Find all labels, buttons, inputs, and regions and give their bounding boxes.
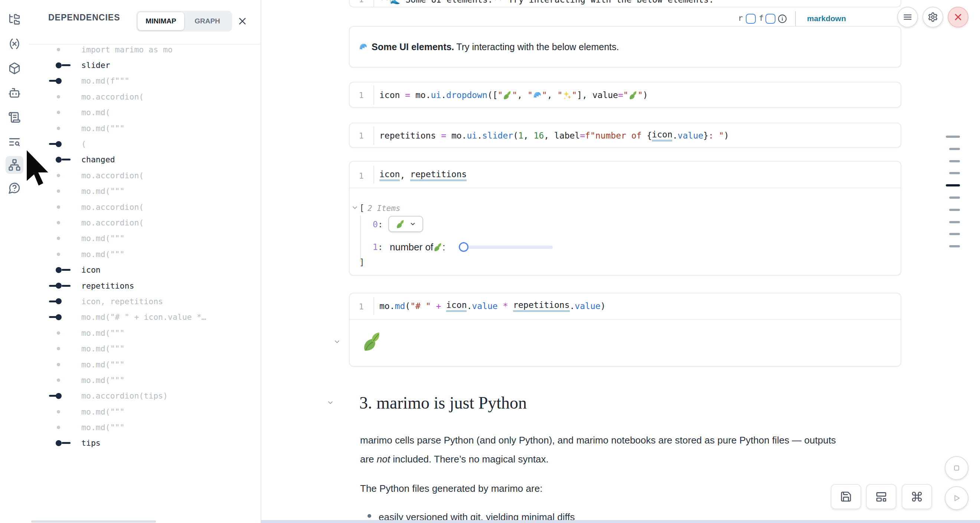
ai-assistant-button[interactable]: [6, 84, 23, 102]
markdown-output-bold: Some UI elements.: [372, 41, 454, 53]
markdown-source-line[interactable]: **🌊 Some UI elements.** Try interacting …: [379, 0, 714, 5]
settings-button[interactable]: [923, 7, 943, 27]
slider-code-cell: 1 repetitions = mo.ui.slider(1, 16, labe…: [349, 123, 901, 148]
minimap-item-label: mo.md(""": [81, 124, 125, 133]
minimap-item[interactable]: slider: [29, 57, 261, 73]
minimap-item[interactable]: mo.accordion(tips): [29, 388, 261, 404]
section-collapse-toggle[interactable]: [327, 399, 334, 408]
code-token: .: [672, 131, 678, 140]
minimap-item[interactable]: mo.md(""": [29, 341, 261, 356]
minimap-item-label: mo.md(""": [81, 423, 125, 432]
code-token: dropdown: [446, 90, 487, 100]
toc-search-button[interactable]: [6, 133, 23, 151]
dropdown-widget[interactable]: [388, 216, 423, 232]
code-token: =: [618, 90, 623, 100]
bottom-scroll-band[interactable]: [261, 520, 980, 523]
cell-marker-dash[interactable]: [949, 196, 960, 199]
cell-collapse-toggle[interactable]: [333, 338, 341, 346]
cell-marker-dash[interactable]: [949, 160, 960, 162]
code-line[interactable]: repetitions = mo.ui.slider(1, 16, label=…: [379, 123, 729, 148]
keyboard-shortcuts-button[interactable]: [902, 484, 932, 509]
minimap-marker-use: [29, 388, 81, 404]
dependencies-button[interactable]: [6, 156, 23, 174]
code-line[interactable]: mo.md("# " + icon.value * repetitions.va…: [379, 294, 605, 318]
line-number: 1: [350, 131, 373, 140]
panel-close-button[interactable]: [236, 15, 249, 28]
minimap-item[interactable]: mo.md(f""": [29, 73, 261, 89]
minimap-hscrollbar[interactable]: [31, 520, 156, 523]
minimap-item[interactable]: mo.md(""": [29, 246, 261, 262]
minimap-item[interactable]: icon, repetitions: [29, 293, 261, 309]
variables-button[interactable]: [6, 35, 23, 53]
leaf-emoji: [433, 242, 442, 252]
tab-graph[interactable]: GRAPH: [184, 12, 231, 30]
markdown-cell-editor-clipped[interactable]: 1 **🌊 Some UI elements.** Try interactin…: [349, 0, 901, 8]
help-button[interactable]: [6, 179, 23, 197]
cell-marker-dash[interactable]: [949, 221, 960, 223]
minimap-item[interactable]: mo.accordion(: [29, 199, 261, 215]
minimap-item-label: mo.md("# " + icon.value *…: [81, 313, 207, 322]
minimap-item[interactable]: mo.md(""": [29, 325, 261, 341]
minimap-marker-dot: [29, 183, 81, 199]
minimap-item[interactable]: mo.md(""": [29, 357, 261, 372]
minimap-item[interactable]: mo.md(""": [29, 372, 261, 388]
code-line[interactable]: icon = mo.ui.dropdown(["", "", ""], valu…: [379, 83, 648, 108]
minimap-item[interactable]: repetitions: [29, 278, 261, 293]
minimap-item[interactable]: (: [29, 136, 261, 151]
chevron-down-icon: [409, 221, 416, 227]
info-icon[interactable]: [778, 14, 787, 23]
code-token: [400, 90, 405, 100]
cell-marker-dash[interactable]: [946, 184, 960, 187]
leaf-emoji: [503, 91, 512, 100]
code-token: ": [542, 90, 547, 100]
documentation-button[interactable]: [6, 108, 23, 126]
code-token: icon: [652, 130, 672, 142]
packages-button[interactable]: [6, 59, 23, 77]
minimap-item[interactable]: mo.accordion(: [29, 167, 261, 183]
minimap-item[interactable]: import marimo as mo: [29, 41, 261, 57]
code-line[interactable]: icon, repetitions: [379, 163, 467, 188]
cell-marker-dash[interactable]: [949, 233, 960, 235]
minimap-item[interactable]: mo.md(""": [29, 231, 261, 246]
minimap-item-label: repetitions: [81, 281, 134, 290]
cell-marker-dash[interactable]: [949, 209, 960, 211]
minimap-item[interactable]: mo.md("# " + icon.value *…: [29, 309, 261, 325]
view-mode-toggle: MINIMAP GRAPH: [136, 11, 232, 32]
notebook-menu-button[interactable]: [897, 7, 918, 27]
file-explorer-button[interactable]: [6, 10, 23, 28]
minimap-item[interactable]: mo.md(: [29, 105, 261, 120]
minimap-item[interactable]: mo.md(""": [29, 404, 261, 419]
shutdown-button[interactable]: [948, 7, 969, 27]
app-layout-button[interactable]: [866, 484, 896, 509]
minimap-marker-dot: [29, 357, 81, 372]
minimap-item[interactable]: tips: [29, 435, 261, 451]
run-button[interactable]: [945, 486, 969, 510]
r-checkbox[interactable]: [746, 14, 756, 24]
minimap-item[interactable]: mo.md(""": [29, 183, 261, 199]
slider-handle[interactable]: [459, 242, 468, 252]
minimap-item[interactable]: icon: [29, 262, 261, 277]
code-token: repetitions: [410, 169, 467, 181]
minimap-item[interactable]: mo.md(""": [29, 120, 261, 136]
code-token: repetitions: [379, 131, 436, 140]
minimap-item[interactable]: mo.md(""": [29, 419, 261, 435]
minimap-item[interactable]: changed: [29, 152, 261, 167]
minimap-item[interactable]: mo.accordion(: [29, 215, 261, 230]
minimap-item[interactable]: mo.accordion(: [29, 89, 261, 104]
code-token: ,: [400, 171, 410, 180]
tab-minimap[interactable]: MINIMAP: [138, 12, 184, 30]
chevron-down-icon: [327, 399, 334, 407]
save-button[interactable]: [831, 484, 861, 509]
tree-collapse-toggle[interactable]: [351, 204, 359, 212]
cell-marker-dash[interactable]: [946, 136, 960, 138]
slider-track[interactable]: [464, 246, 553, 249]
cell-marker-dash[interactable]: [949, 245, 960, 247]
cell-marker-dash[interactable]: [949, 172, 960, 174]
code-token: ,: [517, 90, 528, 100]
cell-marker-dash[interactable]: [949, 148, 960, 150]
f-checkbox[interactable]: [765, 14, 775, 24]
save-icon: [840, 491, 852, 502]
stop-button[interactable]: [945, 456, 969, 480]
language-label[interactable]: markdown: [807, 14, 846, 23]
dependencies-panel: DEPENDENCIES MINIMAP GRAPH import marimo…: [29, 0, 261, 523]
